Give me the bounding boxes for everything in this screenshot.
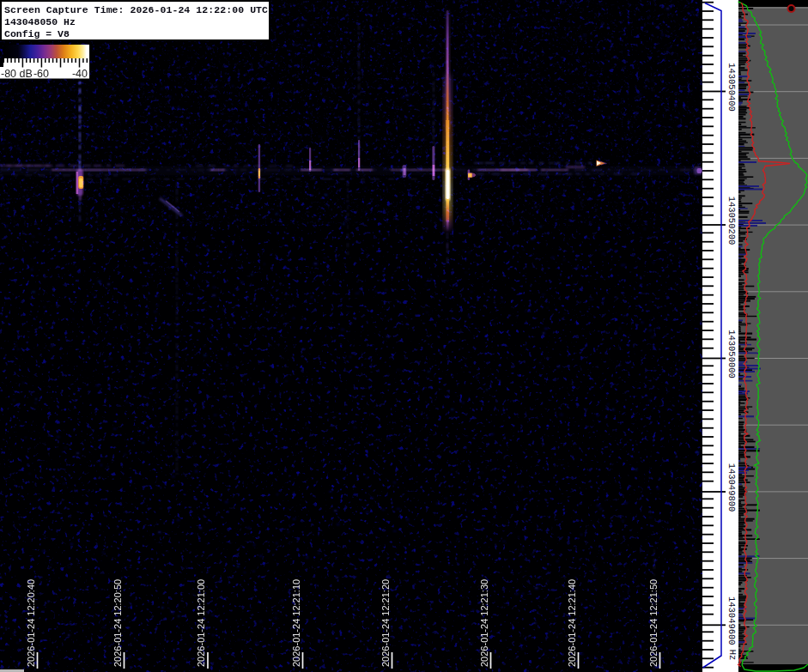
svg-text:2026-01-24 12:20:40: 2026-01-24 12:20:40 xyxy=(26,579,36,667)
svg-text:2026-01-24 12:21:10: 2026-01-24 12:21:10 xyxy=(291,579,301,667)
svg-text:143049600: 143049600 xyxy=(726,596,737,645)
svg-text:2026-01-24 12:21:00: 2026-01-24 12:21:00 xyxy=(196,579,206,667)
svg-text:143050400: 143050400 xyxy=(726,63,737,112)
svg-text:143049800: 143049800 xyxy=(726,463,737,512)
svg-text:-60: -60 xyxy=(33,68,49,80)
svg-text:-40: -40 xyxy=(72,68,88,80)
svg-text:2026-01-24 12:21:30: 2026-01-24 12:21:30 xyxy=(479,579,489,667)
svg-text:Hz: Hz xyxy=(727,650,738,661)
svg-text:Screen Capture Time: 2026-01-2: Screen Capture Time: 2026-01-24 12:22:00… xyxy=(4,4,268,15)
svg-text:2026-01-24 12:20:50: 2026-01-24 12:20:50 xyxy=(112,579,123,667)
svg-text:143050000: 143050000 xyxy=(726,330,737,378)
svg-text:-80 dB: -80 dB xyxy=(1,68,33,80)
svg-text:143050200: 143050200 xyxy=(726,197,737,245)
svg-text:2026-01-24 12:21:40: 2026-01-24 12:21:40 xyxy=(567,579,577,667)
svg-text:Config = V8: Config = V8 xyxy=(4,28,70,39)
svg-text:2026-01-24 12:21:20: 2026-01-24 12:21:20 xyxy=(380,579,391,667)
svg-text:2026-01-24 12:21:50: 2026-01-24 12:21:50 xyxy=(648,579,659,667)
svg-text:143048050 Hz: 143048050 Hz xyxy=(4,16,76,27)
